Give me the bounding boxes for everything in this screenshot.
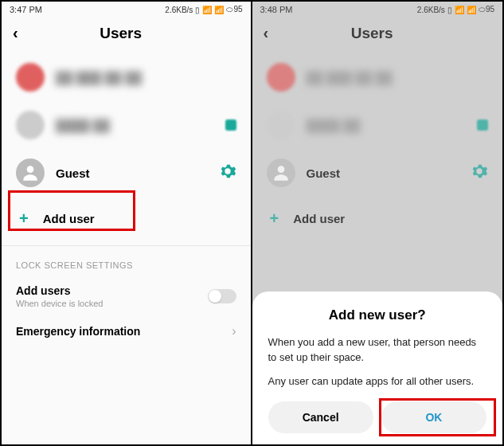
dialog-text: Any user can update apps for all other u… <box>268 374 487 389</box>
status-bar: 3:47 PM 2.6KB/s ▯ 📶 📶 ⬭95 <box>2 2 251 18</box>
status-bar: 3:48 PM 2.6KB/s ▯ 📶 📶 ⬭95 <box>252 2 503 18</box>
battery-icon: ⬭95 <box>226 5 242 14</box>
emergency-info-setting[interactable]: Emergency information › <box>2 316 251 346</box>
dialog-title: Add new user? <box>268 307 487 323</box>
add-user-button[interactable]: + Add user <box>2 197 251 241</box>
sim-icon: ▯ <box>447 6 452 14</box>
clock: 3:48 PM <box>260 5 293 14</box>
battery-icon: ⬭95 <box>479 5 494 14</box>
wifi-icon: 📶 <box>214 6 224 14</box>
add-user-button: + Add user <box>252 197 503 241</box>
guest-label: Guest <box>307 166 460 180</box>
user-name: ████ ██ <box>307 119 467 132</box>
signal-icon: 📶 <box>455 6 464 14</box>
back-button[interactable]: ‹ <box>264 24 269 42</box>
active-indicator-icon <box>477 119 488 131</box>
user-row: ████ ██ <box>252 101 503 149</box>
user-avatar-icon <box>16 111 45 139</box>
page-title: Users <box>18 25 224 42</box>
guest-row: Guest <box>252 149 503 197</box>
network-speed: 2.6KB/s <box>165 6 193 14</box>
sim-icon: ▯ <box>195 6 200 14</box>
toggle-switch[interactable] <box>208 289 236 303</box>
gear-icon[interactable] <box>219 162 236 183</box>
user-row[interactable]: ██ ███ ██ ██ <box>2 53 251 101</box>
gear-icon <box>471 162 488 183</box>
user-avatar-icon <box>16 63 45 92</box>
user-name: ██ ███ ██ ██ <box>307 71 489 84</box>
section-header: LOCK SCREEN SETTINGS <box>2 254 251 276</box>
guest-label: Guest <box>56 166 208 180</box>
cancel-button[interactable]: Cancel <box>268 401 373 433</box>
clock: 3:47 PM <box>10 5 42 14</box>
add-user-dialog: Add new user? When you add a new user, t… <box>252 291 503 445</box>
setting-title: Add users <box>16 284 103 297</box>
signal-icon: 📶 <box>202 6 212 14</box>
add-users-locked-setting[interactable]: Add users When device is locked <box>2 276 251 316</box>
user-avatar-icon <box>267 63 295 92</box>
user-name: ██ ███ ██ ██ <box>56 71 236 84</box>
wifi-icon: 📶 <box>467 6 476 14</box>
user-row[interactable]: ████ ██ <box>2 101 251 149</box>
page-title: Users <box>268 25 475 42</box>
setting-title: Emergency information <box>16 325 140 338</box>
plus-icon: + <box>270 209 279 228</box>
add-user-label: Add user <box>43 212 95 225</box>
user-name: ████ ██ <box>56 119 214 132</box>
network-speed: 2.6KB/s <box>417 6 445 14</box>
add-user-label: Add user <box>293 212 345 225</box>
guest-avatar-icon <box>267 158 295 187</box>
chevron-right-icon: › <box>232 324 236 338</box>
plus-icon: + <box>19 209 29 228</box>
user-row: ██ ███ ██ ██ <box>252 53 503 101</box>
setting-subtitle: When device is locked <box>16 299 103 308</box>
dialog-text: When you add a new user, that person nee… <box>268 334 487 366</box>
ok-button[interactable]: OK <box>381 401 486 433</box>
guest-avatar-icon <box>16 158 45 187</box>
svg-point-0 <box>27 166 34 173</box>
active-indicator-icon <box>225 119 236 131</box>
user-avatar-icon <box>267 111 295 139</box>
guest-row[interactable]: Guest <box>2 149 251 197</box>
back-button[interactable]: ‹ <box>13 24 18 42</box>
svg-point-1 <box>277 166 284 173</box>
